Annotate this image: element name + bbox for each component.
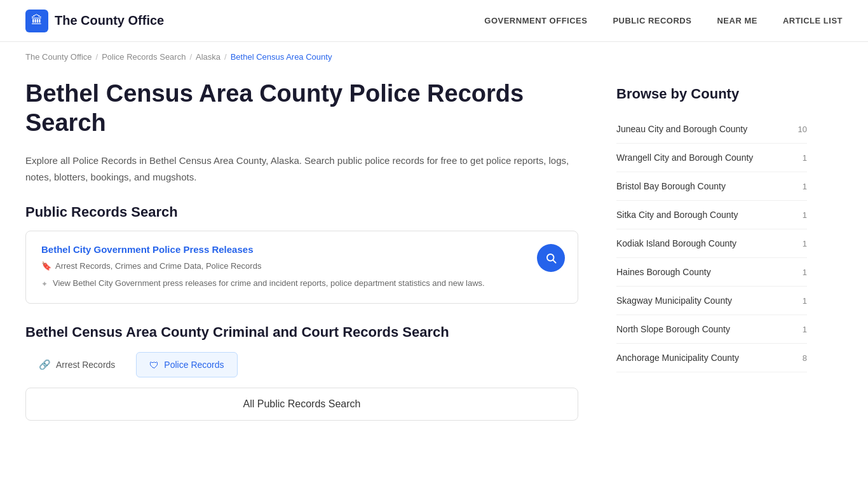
breadcrumb-alaska[interactable]: Alaska xyxy=(196,52,220,62)
breadcrumb: The County Office / Police Records Searc… xyxy=(0,42,868,67)
county-item[interactable]: Skagway Municipality County 1 xyxy=(616,287,807,315)
nav-government-offices[interactable]: GOVERNMENT OFFICES xyxy=(484,16,587,25)
nav-article-list[interactable]: ARTICLE LIST xyxy=(783,16,843,25)
county-count: 1 xyxy=(803,325,807,334)
tab-arrest-label: Arrest Records xyxy=(56,360,115,370)
search-button[interactable] xyxy=(537,244,565,272)
county-count: 1 xyxy=(803,239,807,248)
county-name: Juneau City and Borough County xyxy=(616,124,747,134)
county-item[interactable]: North Slope Borough County 1 xyxy=(616,315,807,344)
main-content: Bethel Census Area County Police Records… xyxy=(25,79,578,421)
county-count: 1 xyxy=(803,210,807,220)
county-name: Sitka City and Borough County xyxy=(616,210,738,220)
breadcrumb-sep-2: / xyxy=(189,52,192,62)
breadcrumb-sep-3: / xyxy=(224,52,227,62)
county-count: 1 xyxy=(803,182,807,191)
breadcrumb-sep-1: / xyxy=(96,52,98,62)
bookmark-icon: 🔖 xyxy=(41,261,51,271)
record-desc-text: View Bethel City Government press releas… xyxy=(53,277,485,290)
search-icon xyxy=(545,252,557,264)
nav-public-records[interactable]: PUBLIC RECORDS xyxy=(613,16,691,25)
arrow-icon: ✦ xyxy=(41,278,48,290)
page-title: Bethel Census Area County Police Records… xyxy=(25,79,578,137)
criminal-section-title: Bethel Census Area County Criminal and C… xyxy=(25,324,578,341)
police-records-icon: 🛡 xyxy=(149,360,159,370)
public-records-section-title: Public Records Search xyxy=(25,204,578,220)
county-count: 1 xyxy=(803,153,807,163)
record-tabs: 🔗 Arrest Records 🛡 Police Records xyxy=(25,352,578,377)
sidebar: Browse by County Juneau City and Borough… xyxy=(616,79,807,421)
county-item[interactable]: Kodiak Island Borough County 1 xyxy=(616,229,807,258)
county-name: Anchorage Municipality County xyxy=(616,353,739,363)
record-card-title[interactable]: Bethel City Government Police Press Rele… xyxy=(41,244,562,255)
tab-arrest-records[interactable]: 🔗 Arrest Records xyxy=(25,352,128,377)
county-count: 1 xyxy=(803,268,807,277)
county-name: Haines Borough County xyxy=(616,267,711,277)
logo-icon: 🏛 xyxy=(25,10,48,32)
logo-text: The County Office xyxy=(55,13,164,28)
county-name: Bristol Bay Borough County xyxy=(616,181,726,191)
page-description: Explore all Police Records in Bethel Cen… xyxy=(25,152,578,185)
arrest-records-icon: 🔗 xyxy=(39,359,51,370)
county-list: Juneau City and Borough County 10 Wrange… xyxy=(616,115,807,372)
record-description: ✦ View Bethel City Government press rele… xyxy=(41,277,562,290)
county-item[interactable]: Haines Borough County 1 xyxy=(616,258,807,287)
county-count: 10 xyxy=(798,125,807,134)
record-tags-text: Arrest Records, Crimes and Crime Data, P… xyxy=(55,261,261,271)
record-card: Bethel City Government Police Press Rele… xyxy=(25,231,578,304)
svg-line-1 xyxy=(553,261,555,263)
county-name: Wrangell City and Borough County xyxy=(616,152,753,163)
record-tags: 🔖 Arrest Records, Crimes and Crime Data,… xyxy=(41,261,562,271)
county-name: North Slope Borough County xyxy=(616,324,730,334)
main-layout: Bethel Census Area County Police Records… xyxy=(0,67,868,446)
breadcrumb-police-records[interactable]: Police Records Search xyxy=(102,52,186,62)
main-nav: GOVERNMENT OFFICES PUBLIC RECORDS NEAR M… xyxy=(484,16,843,25)
sidebar-title: Browse by County xyxy=(616,86,807,102)
county-count: 1 xyxy=(803,296,807,306)
county-item[interactable]: Bristol Bay Borough County 1 xyxy=(616,172,807,201)
nav-near-me[interactable]: NEAR ME xyxy=(717,16,757,25)
county-name: Kodiak Island Borough County xyxy=(616,238,736,248)
county-name: Skagway Municipality County xyxy=(616,295,732,306)
breadcrumb-home[interactable]: The County Office xyxy=(25,52,92,62)
county-item[interactable]: Juneau City and Borough County 10 xyxy=(616,115,807,144)
breadcrumb-current: Bethel Census Area County xyxy=(231,52,332,62)
county-item[interactable]: Sitka City and Borough County 1 xyxy=(616,201,807,229)
tab-police-records[interactable]: 🛡 Police Records xyxy=(136,352,237,377)
all-records-button[interactable]: All Public Records Search xyxy=(25,388,578,421)
tab-police-label: Police Records xyxy=(164,360,224,370)
county-item[interactable]: Anchorage Municipality County 8 xyxy=(616,344,807,372)
logo-link[interactable]: 🏛 The County Office xyxy=(25,10,164,32)
site-header: 🏛 The County Office GOVERNMENT OFFICES P… xyxy=(0,0,868,42)
county-count: 8 xyxy=(803,353,807,363)
county-item[interactable]: Wrangell City and Borough County 1 xyxy=(616,144,807,172)
